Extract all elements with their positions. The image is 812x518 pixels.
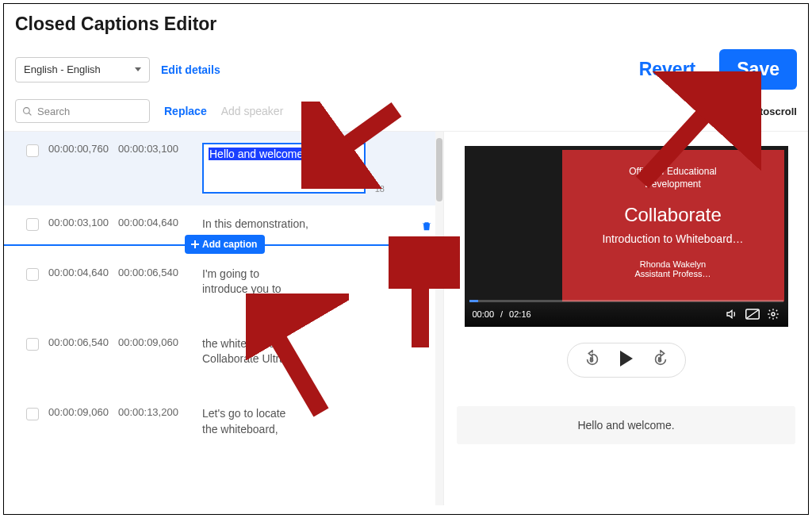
svg-rect-3 <box>191 244 199 245</box>
delete-caption-button[interactable] <box>421 220 432 236</box>
revert-button[interactable]: Revert <box>639 59 696 80</box>
autoscroll-label: Autoscroll <box>746 106 797 117</box>
scrollbar-thumb[interactable] <box>436 138 442 201</box>
checkbox[interactable] <box>26 408 39 420</box>
scrollbar[interactable] <box>435 132 443 505</box>
search-icon <box>22 106 33 117</box>
add-speaker-link[interactable]: Add speaker <box>221 105 284 117</box>
duration: 02:16 <box>509 309 531 319</box>
settings-icon[interactable] <box>766 307 780 321</box>
skip-forward-icon: 5 <box>652 350 669 367</box>
slide-line1: Office of Educational <box>629 166 717 177</box>
language-value: English - English <box>24 63 101 75</box>
language-select[interactable]: English - English <box>15 57 150 82</box>
caption-text: I'm going to introduce you to <box>202 267 305 297</box>
chevron-down-icon <box>135 67 141 71</box>
progress-bar[interactable] <box>469 300 783 302</box>
autoscroll-toggle[interactable]: Autoscroll <box>719 105 797 117</box>
trash-icon <box>421 220 432 232</box>
presenter-name: Rhonda Wakelyn <box>640 259 706 269</box>
toggle-on-icon <box>719 105 741 117</box>
skip-back-button[interactable]: 5 <box>584 350 601 370</box>
slide-subtitle: Introduction to Whiteboard… <box>602 232 743 245</box>
caption-text: In this demonstration, <box>202 217 353 232</box>
checkbox[interactable] <box>26 144 39 157</box>
caption-text-input[interactable]: Hello and welcome. <box>202 143 366 194</box>
video-controls: 00:00 / 02:16 <box>465 301 788 327</box>
edit-details-link[interactable]: Edit details <box>161 63 220 76</box>
caption-list: 00:00:00,760 00:00:03,100 Hello and welc… <box>4 132 444 505</box>
video-preview[interactable]: Office of Educational Development Collab… <box>465 146 788 327</box>
slide-title: Collaborate <box>624 204 722 226</box>
skip-back-icon: 5 <box>584 350 601 367</box>
checkbox[interactable] <box>26 338 39 351</box>
volume-icon[interactable] <box>725 307 739 321</box>
playback-controls: 5 5 <box>567 343 686 378</box>
caption-preview: Hello and welcome. <box>457 406 795 444</box>
caption-text: Let's go to locatethe whiteboard, <box>202 406 321 437</box>
replace-link[interactable]: Replace <box>164 105 207 117</box>
save-button[interactable]: Save <box>719 49 797 90</box>
svg-line-5 <box>746 310 758 319</box>
checkbox[interactable] <box>26 268 39 281</box>
svg-point-6 <box>772 313 775 316</box>
play-icon <box>619 350 634 367</box>
svg-line-1 <box>29 113 31 115</box>
caption-toolbar: Search Replace Add speaker Autoscroll <box>4 99 808 131</box>
caption-row[interactable]: 00:00:09,060 00:00:13,200 Let's go to lo… <box>4 379 443 449</box>
captions-icon[interactable] <box>745 307 760 321</box>
end-time: 00:00:09,060 <box>118 336 188 348</box>
play-button[interactable] <box>619 350 634 370</box>
svg-point-0 <box>24 107 30 113</box>
svg-text:5: 5 <box>590 357 593 363</box>
topbar: English - English Edit details Revert Sa… <box>4 49 808 99</box>
start-time: 00:00:03,100 <box>48 217 118 228</box>
start-time: 00:00:00,760 <box>48 143 118 155</box>
search-placeholder: Search <box>37 106 70 117</box>
caption-row[interactable]: 00:00:04,640 00:00:06,540 I'm going to i… <box>4 246 443 309</box>
start-time: 00:00:09,060 <box>48 406 118 418</box>
end-time: 00:00:03,100 <box>118 143 188 155</box>
caption-row[interactable]: 00:00:06,540 00:00:09,060 the whiteboard… <box>4 309 443 379</box>
end-time: 00:00:06,540 <box>118 267 188 278</box>
preview-pane: Office of Educational Development Collab… <box>444 132 808 505</box>
end-time: 00:00:13,200 <box>118 406 188 418</box>
start-time: 00:00:06,540 <box>48 336 118 348</box>
slide-line2: Development <box>645 178 701 190</box>
presenter-title: Assistant Profess… <box>635 269 711 278</box>
caption-text: the whiteboardCollaborate Ultra <box>202 336 305 367</box>
checkbox[interactable] <box>26 218 39 231</box>
skip-forward-button[interactable]: 5 <box>652 350 669 370</box>
end-time: 00:00:04,640 <box>118 217 188 228</box>
search-input[interactable]: Search <box>15 99 150 123</box>
char-count: 18 <box>375 184 385 194</box>
start-time: 00:00:04,640 <box>48 267 118 278</box>
caption-row[interactable]: 00:00:00,760 00:00:03,100 Hello and welc… <box>4 132 443 205</box>
current-time: 00:00 <box>473 309 495 319</box>
svg-text:5: 5 <box>658 357 661 363</box>
page-title: Closed Captions Editor <box>4 4 808 49</box>
